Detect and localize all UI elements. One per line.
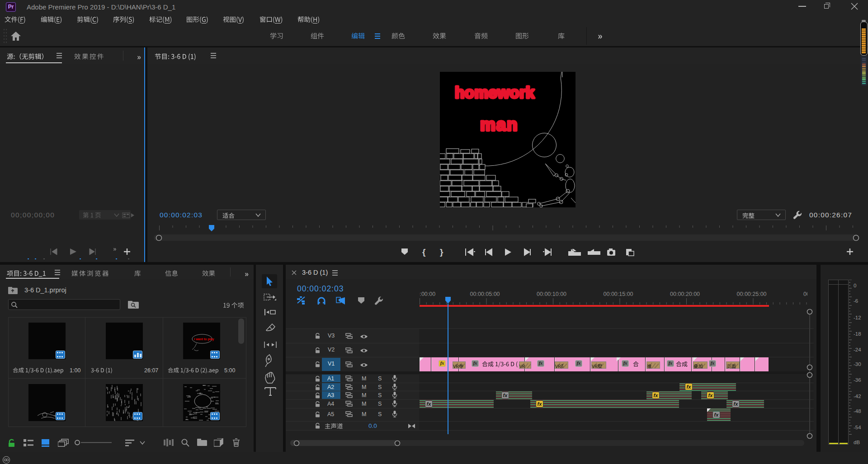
svg-text:man: man [480, 115, 518, 134]
svg-text:homework: homework [455, 84, 535, 101]
svg-text:{: { [422, 248, 425, 257]
svg-text:I want to play: I want to play [194, 337, 214, 341]
svg-text:}: } [440, 248, 443, 257]
